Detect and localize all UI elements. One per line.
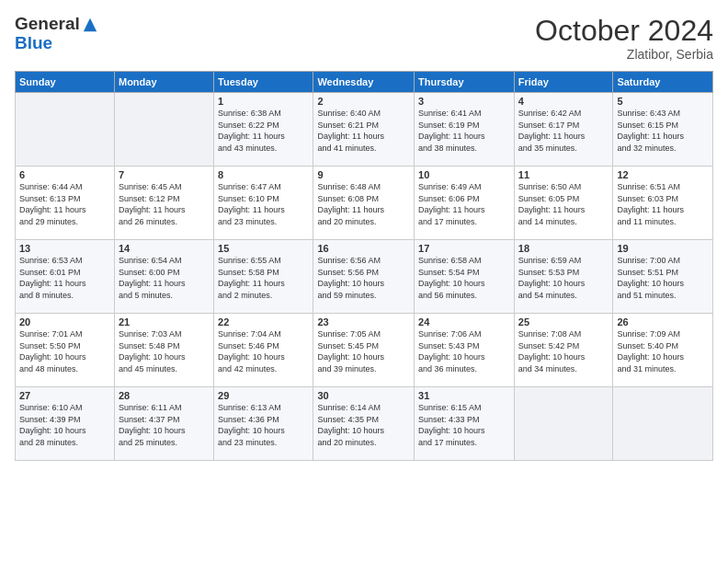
day-cell: 29Sunrise: 6:13 AMSunset: 4:36 PMDayligh… <box>214 387 313 461</box>
day-info: Sunrise: 7:08 AMSunset: 5:42 PMDaylight:… <box>518 328 609 374</box>
day-number: 17 <box>418 243 510 254</box>
location: Zlatibor, Serbia <box>535 47 713 62</box>
logo-blue: Blue <box>15 34 98 53</box>
day-info: Sunrise: 6:58 AMSunset: 5:54 PMDaylight:… <box>418 255 510 301</box>
day-number: 26 <box>617 316 709 327</box>
column-header-thursday: Thursday <box>415 72 515 93</box>
day-cell: 3Sunrise: 6:41 AMSunset: 6:19 PMDaylight… <box>415 93 515 167</box>
day-number: 2 <box>317 96 410 107</box>
column-header-friday: Friday <box>514 72 613 93</box>
day-number: 25 <box>518 316 609 327</box>
day-number: 5 <box>617 96 709 107</box>
day-info: Sunrise: 6:14 AMSunset: 4:35 PMDaylight:… <box>317 402 410 448</box>
day-cell: 10Sunrise: 6:49 AMSunset: 6:06 PMDayligh… <box>415 167 515 240</box>
day-info: Sunrise: 6:38 AMSunset: 6:22 PMDaylight:… <box>218 108 309 154</box>
page: General Blue October 2024 Zlatibor, Serb… <box>0 0 728 563</box>
day-info: Sunrise: 6:11 AMSunset: 4:37 PMDaylight:… <box>119 402 210 448</box>
day-info: Sunrise: 6:53 AMSunset: 6:01 PMDaylight:… <box>19 255 110 301</box>
month-title: October 2024 <box>535 15 713 47</box>
day-cell: 20Sunrise: 7:01 AMSunset: 5:50 PMDayligh… <box>16 314 115 387</box>
day-cell <box>613 387 713 461</box>
day-cell: 4Sunrise: 6:42 AMSunset: 6:17 PMDaylight… <box>514 93 613 167</box>
day-cell: 21Sunrise: 7:03 AMSunset: 5:48 PMDayligh… <box>114 314 213 387</box>
day-number: 31 <box>418 390 510 401</box>
day-cell: 30Sunrise: 6:14 AMSunset: 4:35 PMDayligh… <box>313 387 415 461</box>
day-number: 16 <box>317 243 410 254</box>
day-number: 14 <box>119 243 210 254</box>
day-info: Sunrise: 6:59 AMSunset: 5:53 PMDaylight:… <box>518 255 609 301</box>
day-info: Sunrise: 6:42 AMSunset: 6:17 PMDaylight:… <box>518 108 609 154</box>
day-number: 22 <box>218 316 309 327</box>
day-info: Sunrise: 6:44 AMSunset: 6:13 PMDaylight:… <box>19 181 110 227</box>
day-cell: 1Sunrise: 6:38 AMSunset: 6:22 PMDaylight… <box>214 93 313 167</box>
day-info: Sunrise: 6:40 AMSunset: 6:21 PMDaylight:… <box>317 108 410 154</box>
week-row-3: 13Sunrise: 6:53 AMSunset: 6:01 PMDayligh… <box>16 240 713 314</box>
day-cell: 5Sunrise: 6:43 AMSunset: 6:15 PMDaylight… <box>613 93 713 167</box>
logo-icon <box>82 17 98 33</box>
day-info: Sunrise: 7:09 AMSunset: 5:40 PMDaylight:… <box>617 328 709 374</box>
week-row-4: 20Sunrise: 7:01 AMSunset: 5:50 PMDayligh… <box>16 314 713 387</box>
day-cell: 17Sunrise: 6:58 AMSunset: 5:54 PMDayligh… <box>415 240 515 314</box>
day-cell: 16Sunrise: 6:56 AMSunset: 5:56 PMDayligh… <box>313 240 415 314</box>
header-row: SundayMondayTuesdayWednesdayThursdayFrid… <box>16 72 713 93</box>
logo-text: General <box>15 15 98 34</box>
column-header-saturday: Saturday <box>613 72 713 93</box>
day-cell: 11Sunrise: 6:50 AMSunset: 6:05 PMDayligh… <box>514 167 613 240</box>
day-cell: 24Sunrise: 7:06 AMSunset: 5:43 PMDayligh… <box>415 314 515 387</box>
day-info: Sunrise: 6:15 AMSunset: 4:33 PMDaylight:… <box>418 402 510 448</box>
title-block: October 2024 Zlatibor, Serbia <box>535 15 713 62</box>
day-info: Sunrise: 7:06 AMSunset: 5:43 PMDaylight:… <box>418 328 510 374</box>
day-info: Sunrise: 7:04 AMSunset: 5:46 PMDaylight:… <box>218 328 309 374</box>
day-cell: 8Sunrise: 6:47 AMSunset: 6:10 PMDaylight… <box>214 167 313 240</box>
day-number: 20 <box>19 316 110 327</box>
day-number: 19 <box>617 243 709 254</box>
day-cell: 13Sunrise: 6:53 AMSunset: 6:01 PMDayligh… <box>16 240 115 314</box>
day-info: Sunrise: 6:50 AMSunset: 6:05 PMDaylight:… <box>518 181 609 227</box>
column-header-monday: Monday <box>114 72 213 93</box>
day-info: Sunrise: 7:05 AMSunset: 5:45 PMDaylight:… <box>317 328 410 374</box>
day-number: 1 <box>218 96 309 107</box>
column-header-tuesday: Tuesday <box>214 72 313 93</box>
day-cell: 12Sunrise: 6:51 AMSunset: 6:03 PMDayligh… <box>613 167 713 240</box>
week-row-1: 1Sunrise: 6:38 AMSunset: 6:22 PMDaylight… <box>16 93 713 167</box>
day-cell: 25Sunrise: 7:08 AMSunset: 5:42 PMDayligh… <box>514 314 613 387</box>
svg-marker-0 <box>84 18 97 31</box>
day-cell: 28Sunrise: 6:11 AMSunset: 4:37 PMDayligh… <box>114 387 213 461</box>
column-header-sunday: Sunday <box>16 72 115 93</box>
day-cell <box>514 387 613 461</box>
column-header-wednesday: Wednesday <box>313 72 415 93</box>
day-info: Sunrise: 6:48 AMSunset: 6:08 PMDaylight:… <box>317 181 410 227</box>
day-number: 3 <box>418 96 510 107</box>
day-number: 24 <box>418 316 510 327</box>
day-number: 9 <box>317 169 410 180</box>
day-cell: 15Sunrise: 6:55 AMSunset: 5:58 PMDayligh… <box>214 240 313 314</box>
day-info: Sunrise: 6:45 AMSunset: 6:12 PMDaylight:… <box>119 181 210 227</box>
day-number: 29 <box>218 390 309 401</box>
day-cell: 31Sunrise: 6:15 AMSunset: 4:33 PMDayligh… <box>415 387 515 461</box>
logo: General Blue <box>15 15 98 53</box>
day-cell: 7Sunrise: 6:45 AMSunset: 6:12 PMDaylight… <box>114 167 213 240</box>
day-number: 10 <box>418 169 510 180</box>
day-number: 4 <box>518 96 609 107</box>
day-info: Sunrise: 6:41 AMSunset: 6:19 PMDaylight:… <box>418 108 510 154</box>
day-cell: 23Sunrise: 7:05 AMSunset: 5:45 PMDayligh… <box>313 314 415 387</box>
day-info: Sunrise: 6:54 AMSunset: 6:00 PMDaylight:… <box>119 255 210 301</box>
day-info: Sunrise: 7:01 AMSunset: 5:50 PMDaylight:… <box>19 328 110 374</box>
day-info: Sunrise: 6:10 AMSunset: 4:39 PMDaylight:… <box>19 402 110 448</box>
day-info: Sunrise: 6:47 AMSunset: 6:10 PMDaylight:… <box>218 181 309 227</box>
day-number: 18 <box>518 243 609 254</box>
day-info: Sunrise: 6:13 AMSunset: 4:36 PMDaylight:… <box>218 402 309 448</box>
day-info: Sunrise: 6:56 AMSunset: 5:56 PMDaylight:… <box>317 255 410 301</box>
day-cell: 27Sunrise: 6:10 AMSunset: 4:39 PMDayligh… <box>16 387 115 461</box>
day-number: 12 <box>617 169 709 180</box>
day-info: Sunrise: 6:43 AMSunset: 6:15 PMDaylight:… <box>617 108 709 154</box>
day-cell: 18Sunrise: 6:59 AMSunset: 5:53 PMDayligh… <box>514 240 613 314</box>
header: General Blue October 2024 Zlatibor, Serb… <box>15 15 713 62</box>
day-info: Sunrise: 6:51 AMSunset: 6:03 PMDaylight:… <box>617 181 709 227</box>
day-number: 15 <box>218 243 309 254</box>
day-cell: 9Sunrise: 6:48 AMSunset: 6:08 PMDaylight… <box>313 167 415 240</box>
day-info: Sunrise: 7:00 AMSunset: 5:51 PMDaylight:… <box>617 255 709 301</box>
day-cell: 19Sunrise: 7:00 AMSunset: 5:51 PMDayligh… <box>613 240 713 314</box>
day-cell: 2Sunrise: 6:40 AMSunset: 6:21 PMDaylight… <box>313 93 415 167</box>
day-number: 23 <box>317 316 410 327</box>
